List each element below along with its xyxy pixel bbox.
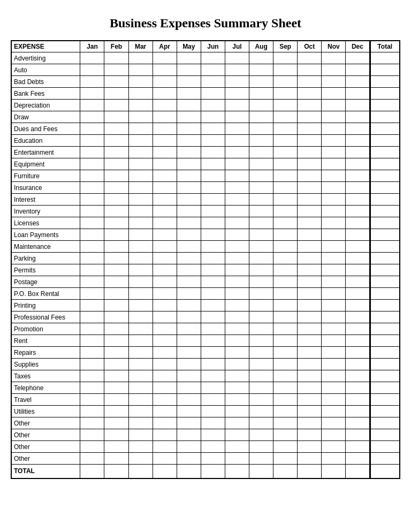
total-cell[interactable] xyxy=(370,441,400,453)
month-cell[interactable] xyxy=(201,100,225,111)
month-cell[interactable] xyxy=(104,453,128,465)
month-cell[interactable] xyxy=(249,253,273,264)
month-cell[interactable] xyxy=(322,170,346,182)
month-cell[interactable] xyxy=(80,111,104,123)
month-cell[interactable] xyxy=(153,135,177,147)
month-cell[interactable] xyxy=(128,311,153,323)
month-cell[interactable] xyxy=(177,323,201,335)
month-cell[interactable] xyxy=(153,64,177,76)
month-cell[interactable] xyxy=(104,311,128,323)
month-cell[interactable] xyxy=(249,264,273,276)
month-cell[interactable] xyxy=(153,441,177,453)
total-cell[interactable] xyxy=(370,453,400,465)
month-cell[interactable] xyxy=(104,111,128,123)
month-cell[interactable] xyxy=(80,229,104,241)
month-cell[interactable] xyxy=(249,347,273,359)
month-cell[interactable] xyxy=(104,276,128,288)
month-cell[interactable] xyxy=(128,394,153,406)
month-cell[interactable] xyxy=(225,453,249,465)
month-cell[interactable] xyxy=(80,217,104,229)
month-cell[interactable] xyxy=(273,111,298,123)
month-cell[interactable] xyxy=(128,359,153,370)
month-cell[interactable] xyxy=(104,253,128,264)
month-cell[interactable] xyxy=(322,276,346,288)
month-cell[interactable] xyxy=(104,147,128,158)
month-cell[interactable] xyxy=(249,382,273,394)
month-cell[interactable] xyxy=(153,76,177,88)
month-cell[interactable] xyxy=(201,170,225,182)
total-cell[interactable] xyxy=(370,370,400,382)
month-cell[interactable] xyxy=(322,264,346,276)
month-cell[interactable] xyxy=(104,206,128,217)
month-cell[interactable] xyxy=(346,253,370,264)
month-cell[interactable] xyxy=(104,300,128,311)
month-cell[interactable] xyxy=(346,276,370,288)
total-cell[interactable] xyxy=(370,347,400,359)
month-cell[interactable] xyxy=(249,241,273,253)
month-cell[interactable] xyxy=(225,323,249,335)
month-cell[interactable] xyxy=(225,64,249,76)
month-cell[interactable] xyxy=(104,406,128,417)
month-cell[interactable] xyxy=(104,335,128,347)
month-cell[interactable] xyxy=(346,370,370,382)
total-cell[interactable] xyxy=(370,394,400,406)
month-cell[interactable] xyxy=(104,100,128,111)
month-cell[interactable] xyxy=(249,417,273,429)
month-cell[interactable] xyxy=(346,441,370,453)
month-cell[interactable] xyxy=(201,288,225,300)
month-cell[interactable] xyxy=(80,382,104,394)
month-cell[interactable] xyxy=(249,158,273,170)
total-cell[interactable] xyxy=(370,253,400,264)
month-cell[interactable] xyxy=(177,264,201,276)
month-cell[interactable] xyxy=(201,88,225,100)
month-cell[interactable] xyxy=(273,288,298,300)
month-cell[interactable] xyxy=(177,370,201,382)
month-cell[interactable] xyxy=(273,394,298,406)
month-cell[interactable] xyxy=(104,417,128,429)
month-cell[interactable] xyxy=(273,359,298,370)
month-cell[interactable] xyxy=(322,323,346,335)
month-cell[interactable] xyxy=(177,253,201,264)
month-cell[interactable] xyxy=(80,194,104,206)
month-cell[interactable] xyxy=(201,206,225,217)
month-cell[interactable] xyxy=(273,170,298,182)
month-cell[interactable] xyxy=(298,394,322,406)
month-cell[interactable] xyxy=(322,147,346,158)
total-cell[interactable] xyxy=(370,229,400,241)
month-cell[interactable] xyxy=(177,76,201,88)
month-cell[interactable] xyxy=(322,182,346,194)
month-cell[interactable] xyxy=(249,111,273,123)
month-cell[interactable] xyxy=(249,182,273,194)
month-cell[interactable] xyxy=(201,123,225,135)
month-cell[interactable] xyxy=(273,123,298,135)
month-cell[interactable] xyxy=(153,382,177,394)
month-cell[interactable] xyxy=(104,229,128,241)
month-cell[interactable] xyxy=(177,241,201,253)
month-cell[interactable] xyxy=(346,182,370,194)
month-cell[interactable] xyxy=(298,453,322,465)
month-cell[interactable] xyxy=(322,394,346,406)
total-cell[interactable] xyxy=(370,170,400,182)
month-cell[interactable] xyxy=(201,111,225,123)
month-cell[interactable] xyxy=(201,158,225,170)
month-cell[interactable] xyxy=(346,123,370,135)
month-cell[interactable] xyxy=(80,264,104,276)
month-cell[interactable] xyxy=(201,300,225,311)
month-cell[interactable] xyxy=(80,206,104,217)
month-cell[interactable] xyxy=(177,453,201,465)
month-cell[interactable] xyxy=(201,264,225,276)
month-cell[interactable] xyxy=(273,241,298,253)
month-cell[interactable] xyxy=(346,382,370,394)
month-cell[interactable] xyxy=(249,217,273,229)
month-cell[interactable] xyxy=(201,382,225,394)
month-cell[interactable] xyxy=(273,100,298,111)
month-cell[interactable] xyxy=(273,147,298,158)
month-cell[interactable] xyxy=(153,323,177,335)
month-cell[interactable] xyxy=(128,347,153,359)
total-cell[interactable] xyxy=(370,123,400,135)
month-cell[interactable] xyxy=(177,52,201,64)
month-cell[interactable] xyxy=(177,170,201,182)
month-cell[interactable] xyxy=(346,229,370,241)
month-cell[interactable] xyxy=(322,100,346,111)
month-cell[interactable] xyxy=(273,323,298,335)
